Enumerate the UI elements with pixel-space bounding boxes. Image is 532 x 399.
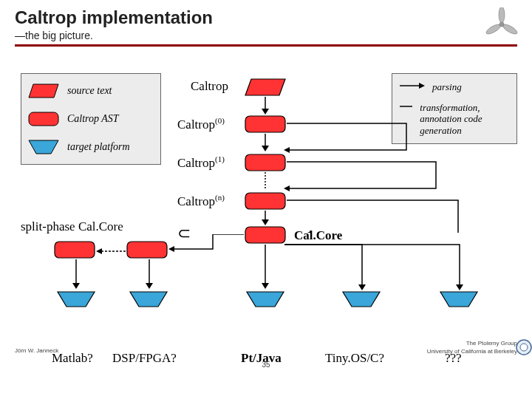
page-title: Caltrop implementation	[15, 7, 517, 28]
arrow-icon	[398, 81, 425, 90]
svg-point-0	[499, 7, 505, 23]
loop-back-arrow-n	[281, 196, 466, 233]
platform-matlab-shape	[56, 290, 96, 308]
svg-point-3	[499, 22, 504, 27]
svg-marker-42	[343, 292, 380, 307]
arrow-left-icon	[168, 234, 244, 252]
caltrop-source-shape	[244, 78, 287, 97]
svg-marker-40	[130, 292, 167, 307]
svg-marker-20	[284, 185, 290, 191]
platform-qqq-shape	[439, 290, 479, 308]
split-box-2	[126, 240, 168, 259]
svg-marker-30	[168, 246, 174, 252]
arrow-down-matlab	[71, 259, 81, 289]
seal-icon	[516, 339, 532, 358]
svg-marker-13	[262, 109, 269, 115]
svg-marker-39	[58, 292, 95, 307]
platform-tinyos-shape	[341, 290, 381, 308]
platform-dsp-shape	[129, 290, 168, 308]
footer-author: Jörn W. Janneck	[15, 347, 58, 354]
platform-ptjava-shape	[245, 290, 285, 308]
dotted-arrow-icon	[260, 172, 270, 190]
svg-marker-11	[245, 79, 285, 95]
split-phase-label: split-phase Cal.Core	[21, 219, 123, 234]
platform-ptjava: Pt/Java	[241, 351, 282, 366]
arrow-icon	[398, 102, 412, 111]
platform-dsp: DSP/FPGA?	[112, 351, 177, 366]
svg-marker-38	[456, 284, 463, 290]
legend-transform: transformation, annotation code generati…	[420, 102, 511, 137]
legend-target-platform: target platform	[67, 141, 130, 153]
stage-caltropn: Caltrop(n)	[177, 193, 225, 209]
arrow-down-dsp	[144, 259, 154, 289]
stage-caltrop: Caltrop	[191, 79, 228, 94]
svg-marker-26	[96, 248, 102, 254]
diagram-area: source text Caltrop AST target platform …	[0, 51, 532, 369]
page-number: 35	[262, 361, 270, 369]
stage-caltrop0: Caltrop(0)	[177, 116, 225, 132]
svg-marker-6	[29, 140, 58, 154]
svg-marker-17	[284, 147, 290, 153]
svg-marker-41	[247, 292, 284, 307]
dashed-arrow-icon	[96, 248, 126, 255]
svg-marker-4	[29, 84, 58, 98]
split-box-1	[53, 240, 96, 259]
loop-back-arrow	[281, 119, 414, 156]
roundrect-icon	[27, 111, 60, 127]
svg-rect-21	[245, 193, 285, 209]
legend-parsing: parsing	[432, 81, 462, 93]
svg-marker-29	[262, 219, 269, 225]
svg-point-45	[520, 344, 528, 351]
trapezoid-icon	[27, 139, 60, 155]
arrow-down-icon	[260, 211, 270, 225]
arrow-down-icon	[260, 97, 270, 115]
legend-caltrop-ast: Caltrop AST	[67, 113, 119, 125]
loop-back-arrow-1	[281, 157, 443, 194]
arrow-diag-qqq	[266, 234, 488, 292]
propeller-icon	[485, 7, 519, 44]
svg-rect-14	[245, 116, 285, 132]
svg-rect-5	[29, 112, 58, 126]
footer-credits: The Ptolemy Group University of Californ…	[427, 340, 517, 355]
svg-rect-18	[245, 154, 285, 171]
svg-marker-34	[146, 283, 153, 289]
stage-caltrop1: Caltrop(1)	[177, 154, 225, 171]
svg-marker-43	[440, 292, 477, 307]
svg-marker-8	[419, 83, 425, 89]
svg-marker-32	[72, 283, 80, 289]
legend-box: source text Caltrop AST target platform	[21, 73, 161, 165]
legend-source-text: source text	[67, 85, 112, 97]
svg-rect-23	[55, 242, 95, 258]
page-subtitle: —the big picture.	[15, 30, 517, 41]
header-rule	[15, 44, 517, 47]
parallelogram-icon	[27, 83, 60, 99]
platform-tinyos: Tiny.OS/C?	[325, 351, 384, 366]
svg-marker-16	[262, 146, 269, 151]
svg-rect-24	[127, 242, 167, 258]
